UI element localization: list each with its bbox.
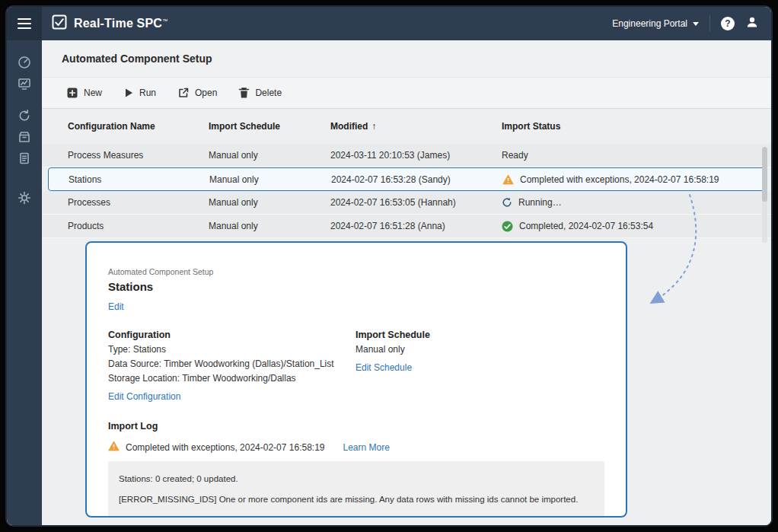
top-bar: Real-Time SPC™ Engineering Portal ?: [7, 7, 771, 40]
new-button-label: New: [84, 88, 102, 98]
sidebar-item-storage[interactable]: [18, 130, 31, 144]
cell-import-schedule: Manual only: [209, 197, 330, 208]
page-header: Automated Component Setup: [42, 40, 771, 77]
clipboard-icon: [18, 151, 31, 165]
sidebar-item-settings[interactable]: [18, 191, 31, 205]
log-line: Stations: 0 created; 0 updated.: [119, 474, 594, 483]
column-modified[interactable]: Modified↑: [330, 121, 502, 132]
brand-title: Real-Time SPC™: [74, 17, 167, 30]
hamburger-icon: [18, 23, 31, 24]
logo-checkmark-icon: [52, 14, 67, 33]
storage-box-icon: [18, 130, 31, 144]
configuration-storage-location: Storage Location: Timber Woodworking/Dal…: [108, 373, 356, 384]
help-button[interactable]: ?: [721, 17, 735, 30]
configuration-data-source: Data Source: Timber Woodworking (Dallas)…: [108, 358, 356, 369]
help-icon: ?: [725, 18, 730, 29]
detail-card: Automated Component Setup Stations Edit …: [85, 241, 627, 518]
learn-more-link[interactable]: Learn More: [343, 442, 390, 453]
trademark-symbol: ™: [162, 18, 167, 24]
sort-ascending-icon: ↑: [371, 121, 376, 132]
table-row-selected[interactable]: Stations Manual only 2024-02-07 16:53:28…: [48, 167, 765, 191]
play-icon: [123, 88, 134, 98]
cell-configuration-name: Processes: [68, 197, 209, 208]
delete-button-label: Delete: [255, 88, 282, 98]
sync-icon: [18, 109, 31, 123]
gear-icon: [18, 191, 31, 205]
sidebar-item-sync[interactable]: [18, 109, 31, 123]
open-button[interactable]: Open: [177, 87, 217, 99]
import-schedule-heading: Import Schedule: [356, 330, 430, 340]
table-header: Configuration Name Import Schedule Modif…: [42, 109, 771, 144]
warning-icon: [108, 441, 120, 454]
toolbar: New Run Open Delete: [42, 77, 771, 109]
run-button[interactable]: Run: [123, 88, 156, 98]
plus-icon: [66, 87, 78, 99]
cell-import-status: Completed with exceptions, 2024-02-07 16…: [502, 174, 755, 185]
import-log-output: Stations: 0 created; 0 updated. [ERROR_M…: [108, 461, 604, 518]
import-schedule-value: Manual only: [356, 344, 430, 355]
cell-import-status: Completed, 2024-02-07 16:53:54: [502, 221, 756, 232]
chevron-down-icon: [693, 22, 699, 26]
user-account-button[interactable]: [745, 15, 759, 32]
card-breadcrumb: Automated Component Setup: [108, 267, 604, 276]
open-button-label: Open: [195, 88, 217, 98]
configuration-heading: Configuration: [108, 330, 356, 340]
table-row[interactable]: Products Manual only 2024-02-07 16:51:28…: [42, 215, 771, 238]
edit-configuration-link[interactable]: Edit Configuration: [108, 391, 180, 402]
cell-import-status: Running…: [502, 197, 756, 208]
cell-import-schedule: Manual only: [209, 221, 330, 231]
warning-icon: [502, 174, 514, 185]
app-logo: Real-Time SPC™: [52, 14, 167, 33]
import-schedule-section: Import Schedule Manual only Edit Schedul…: [356, 330, 430, 403]
card-columns: Configuration Type: Stations Data Source…: [108, 330, 604, 403]
column-import-schedule[interactable]: Import Schedule: [209, 121, 330, 132]
cell-modified: 2024-02-07 16:53:28 (Sandy): [331, 174, 502, 185]
table-row[interactable]: Process Measures Manual only 2024-03-11 …: [42, 144, 771, 167]
configuration-section: Configuration Type: Stations Data Source…: [108, 330, 356, 403]
new-button[interactable]: New: [66, 87, 102, 99]
cell-modified: 2024-02-07 16:53:05 (Hannah): [330, 197, 502, 208]
edit-link[interactable]: Edit: [108, 301, 124, 312]
cell-configuration-name: Stations: [69, 174, 209, 185]
column-import-status[interactable]: Import Status: [502, 121, 756, 132]
configuration-type: Type: Stations: [108, 344, 356, 355]
log-line: [ERROR_MISSING_IDS] One or more componen…: [119, 495, 594, 504]
table-row[interactable]: Processes Manual only 2024-02-07 16:53:0…: [42, 191, 771, 215]
refresh-running-icon: [502, 197, 512, 208]
edit-schedule-link[interactable]: Edit Schedule: [356, 362, 412, 373]
import-log-status-text: Completed with exceptions, 2024-02-07 16…: [126, 442, 325, 453]
topbar-divider: [709, 15, 710, 32]
delete-button[interactable]: Delete: [238, 87, 282, 99]
column-configuration-name[interactable]: Configuration Name: [68, 121, 209, 132]
page-title: Automated Component Setup: [62, 53, 212, 65]
app-window: Real-Time SPC™ Engineering Portal ?: [5, 5, 773, 527]
import-log-status: Completed with exceptions, 2024-02-07 16…: [108, 441, 604, 454]
cell-configuration-name: Products: [68, 221, 209, 231]
chart-board-icon: [18, 77, 31, 91]
trash-icon: [238, 87, 250, 99]
sidebar-item-dashboard[interactable]: [18, 56, 31, 69]
portal-selector[interactable]: Engineering Portal: [612, 18, 699, 29]
card-title: Stations: [108, 280, 604, 293]
import-log-heading: Import Log: [108, 421, 604, 432]
scrollbar-thumb[interactable]: [762, 147, 767, 202]
sidebar-nav: [7, 40, 42, 525]
cell-import-schedule: Manual only: [209, 174, 331, 185]
scrollbar[interactable]: [762, 147, 767, 243]
gauge-icon: [18, 56, 31, 69]
cell-configuration-name: Process Measures: [68, 150, 209, 161]
run-button-label: Run: [139, 88, 156, 98]
open-external-icon: [177, 87, 190, 99]
cell-modified: 2024-02-07 16:51:28 (Anna): [330, 221, 502, 231]
cell-import-schedule: Manual only: [209, 150, 330, 161]
sidebar-item-worklist[interactable]: [18, 151, 31, 165]
cell-modified: 2024-03-11 20:10:53 (James): [330, 150, 502, 161]
portal-label: Engineering Portal: [612, 18, 687, 29]
sidebar-item-charts[interactable]: [18, 77, 31, 91]
success-check-icon: [502, 221, 513, 232]
hamburger-menu-button[interactable]: [7, 7, 42, 40]
cell-import-status: Ready: [502, 150, 756, 161]
user-icon: [745, 15, 759, 32]
top-bar-right: Engineering Portal ?: [612, 15, 771, 32]
